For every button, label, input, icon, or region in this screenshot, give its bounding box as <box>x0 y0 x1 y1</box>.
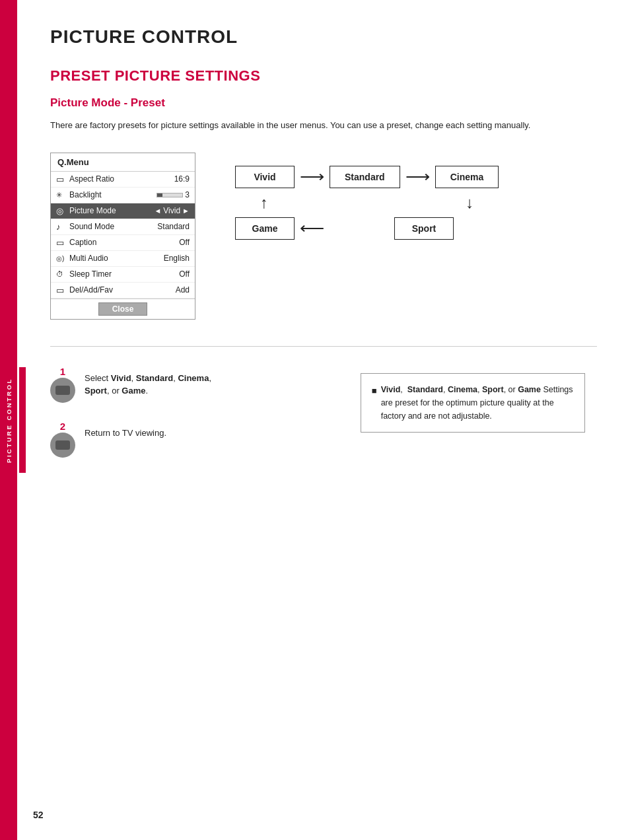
qmenu-close-btn[interactable]: Close <box>51 298 195 319</box>
sleep-timer-icon: ⏱ <box>56 270 69 278</box>
qmenu-value-aspect: 16:9 <box>174 174 190 184</box>
note-text: Vivid, Standard, Cinema, Sport, or Game … <box>381 383 574 423</box>
flow-diagram: Vivid ⟶ Standard ⟶ Cinema ↑ ↓ Game ⟵ <box>235 166 499 240</box>
qmenu-value-sound: Standard <box>157 222 190 231</box>
picture-mode-icon: ◎ <box>56 206 69 216</box>
step-1-number: 1 <box>60 367 65 376</box>
flow-game: Game <box>235 217 295 240</box>
qmenu-label-multi-audio: Multi Audio <box>69 254 164 263</box>
qmenu-value-deladdfav: Add <box>176 285 190 295</box>
step-2-icon <box>50 433 75 458</box>
note-box: ■ Vivid, Standard, Cinema, Sport, or Gam… <box>361 373 585 433</box>
step-2-text: Return to TV viewing. <box>85 421 166 440</box>
flow-vivid: Vivid <box>235 166 295 188</box>
steps-area: 1 Select Vivid, Standard, Cinema,Sport, … <box>50 367 597 476</box>
qmenu-label-backlight: Backlight <box>69 190 157 199</box>
arrow-sport-game: ⟵ <box>300 218 324 238</box>
qmenu-title: Q.Menu <box>51 153 195 172</box>
arrow-standard-cinema: ⟶ <box>405 166 430 187</box>
sidebar-vertical-label: PICTURE CONTROL <box>5 378 13 463</box>
note-bullet-mark: ■ <box>372 384 377 398</box>
qmenu-value-caption: Off <box>179 238 190 247</box>
qmenu-label-sleep: Sleep Timer <box>69 269 179 279</box>
qmenu-row-caption: ▭ Caption Off <box>51 235 195 251</box>
qmenu-label-picture-mode: Picture Mode <box>69 206 154 215</box>
diagram-area: Q.Menu ▭ Aspect Ratio 16:9 ✳ Backlight 3 <box>50 153 597 320</box>
qmenu-label-caption: Caption <box>69 238 179 247</box>
sub-title: Picture Mode - Preset <box>50 96 597 110</box>
divider <box>50 346 597 347</box>
flow-sport: Sport <box>394 217 454 240</box>
qmenu-value-multi-audio: English <box>164 254 190 263</box>
multi-audio-icon: ◎) <box>56 255 69 262</box>
step-2-icon-inner <box>55 440 70 450</box>
main-title: PICTURE CONTROL <box>50 26 597 48</box>
step-1-number-area: 1 <box>50 367 75 403</box>
sidebar-label <box>19 367 26 473</box>
qmenu-label-aspect: Aspect Ratio <box>69 174 174 184</box>
section-title: PRESET PICTURE SETTINGS <box>50 67 597 85</box>
backlight-icon: ✳ <box>56 191 69 199</box>
qmenu-row-aspect: ▭ Aspect Ratio 16:9 <box>51 172 195 188</box>
qmenu-value-picture-mode: ◄ Vivid ► <box>154 206 190 215</box>
note-bullet: ■ Vivid, Standard, Cinema, Sport, or Gam… <box>372 383 574 423</box>
qmenu-value-sleep: Off <box>179 269 190 279</box>
flow-cinema: Cinema <box>435 166 499 188</box>
body-text: There are factory presets for picture se… <box>50 119 597 133</box>
step-1-text: Select Vivid, Standard, Cinema,Sport, or… <box>85 367 211 398</box>
qmenu-row-picture-mode: ◎ Picture Mode ◄ Vivid ► <box>51 203 195 219</box>
step-2: 2 Return to TV viewing. <box>50 421 334 458</box>
qmenu-label-sound: Sound Mode <box>69 222 157 231</box>
step-1-icon <box>50 378 75 403</box>
qmenu-row-sound: ♪ Sound Mode Standard <box>51 219 195 235</box>
step-1: 1 Select Vivid, Standard, Cinema,Sport, … <box>50 367 334 403</box>
steps-right: ■ Vivid, Standard, Cinema, Sport, or Gam… <box>361 367 597 433</box>
close-btn-label: Close <box>98 302 148 316</box>
qmenu-row-sleep: ⏱ Sleep Timer Off <box>51 267 195 283</box>
sound-mode-icon: ♪ <box>56 222 69 232</box>
qmenu-row-multi-audio: ◎) Multi Audio English <box>51 251 195 267</box>
qmenu-box: Q.Menu ▭ Aspect Ratio 16:9 ✳ Backlight 3 <box>50 153 195 320</box>
page-number: 52 <box>33 810 44 820</box>
arrow-vivid-standard: ⟶ <box>300 166 324 187</box>
qmenu-value-backlight: 3 <box>157 190 190 199</box>
qmenu-row-deladdfav: ▭ Del/Add/Fav Add <box>51 283 195 298</box>
step-2-number-area: 2 <box>50 421 75 458</box>
aspect-ratio-icon: ▭ <box>56 174 69 184</box>
qmenu-row-backlight: ✳ Backlight 3 <box>51 188 195 203</box>
steps-left: 1 Select Vivid, Standard, Cinema,Sport, … <box>50 367 334 476</box>
caption-icon: ▭ <box>56 238 69 248</box>
arrow-game-vivid: ↑ <box>260 193 268 211</box>
step-2-number: 2 <box>60 421 65 431</box>
qmenu-label-deladdfav: Del/Add/Fav <box>69 285 176 295</box>
flow-standard: Standard <box>330 166 400 188</box>
step-1-icon-inner <box>55 386 70 395</box>
arrow-cinema-sport: ↓ <box>466 193 473 211</box>
deladdfav-icon: ▭ <box>56 285 69 295</box>
